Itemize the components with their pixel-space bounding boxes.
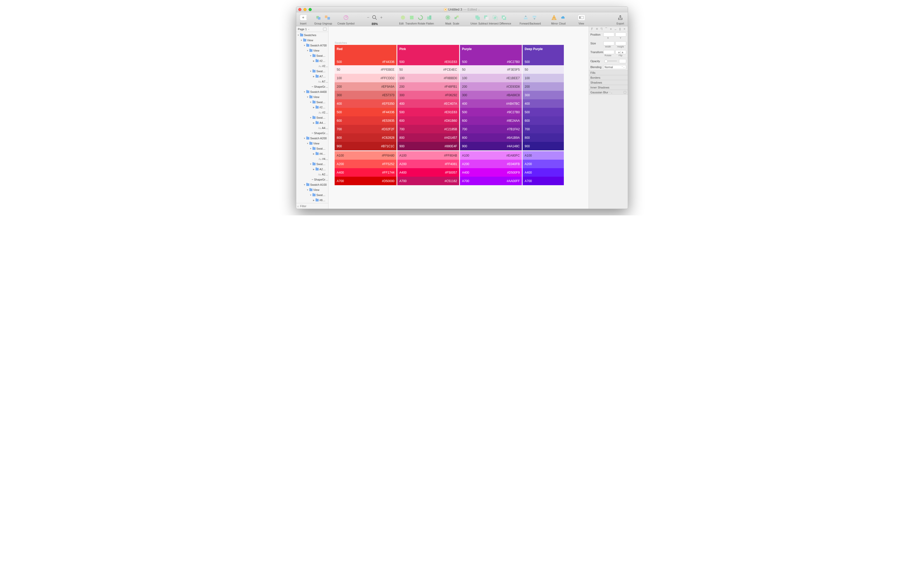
- layer-row[interactable]: ▼View: [296, 48, 328, 53]
- disclosure-icon[interactable]: ▶: [313, 199, 315, 202]
- swatch-cell[interactable]: 900#4A148C: [460, 142, 522, 150]
- transform-button[interactable]: [408, 14, 415, 21]
- disclosure-icon[interactable]: ▼: [300, 39, 302, 41]
- layer-row[interactable]: Aa#2…: [296, 110, 328, 115]
- swatch-cell[interactable]: A100#FF80AB: [397, 151, 459, 160]
- forward-button[interactable]: [522, 14, 529, 21]
- artboard-label[interactable]: Swatches: [335, 41, 347, 45]
- swatch-cell[interactable]: 400#EF5350: [335, 99, 396, 108]
- disclosure-icon[interactable]: ▶: [313, 60, 315, 62]
- blur-checkbox[interactable]: [624, 91, 626, 94]
- align-bottom-icon[interactable]: ⎽: [615, 27, 616, 30]
- swatch-cell[interactable]: A200#FF4081: [397, 160, 459, 168]
- swatch-cell[interactable]: A400#F50057: [397, 168, 459, 177]
- layer-row[interactable]: ▼Swat…: [296, 192, 328, 198]
- layer-row[interactable]: ▼Swat…: [296, 69, 328, 74]
- layer-row[interactable]: ShapeGr…: [296, 131, 328, 136]
- swatch-cell[interactable]: 50#F3E5F5: [460, 65, 522, 74]
- disclosure-icon[interactable]: ▼: [307, 96, 309, 98]
- disclosure-icon[interactable]: ▼: [310, 70, 312, 73]
- width-input[interactable]: [603, 41, 614, 45]
- swatch-cell[interactable]: 700: [523, 125, 564, 133]
- swatch-cell[interactable]: 600: [523, 116, 564, 125]
- layer-row[interactable]: ▼Swat…: [296, 53, 328, 58]
- mask-button[interactable]: [444, 14, 451, 21]
- swatch-cell[interactable]: 50: [523, 65, 564, 74]
- swatch-cell[interactable]: A200: [523, 160, 564, 168]
- swatch-cell[interactable]: 500#F44336: [335, 108, 396, 116]
- swatch-cell[interactable]: A200#E040FB: [460, 160, 522, 168]
- disclosure-icon[interactable]: ▶: [313, 122, 315, 124]
- color-header[interactable]: Red500#F44336: [335, 45, 396, 65]
- difference-button[interactable]: [500, 14, 507, 21]
- align-top-icon[interactable]: ⎺: [606, 27, 607, 30]
- swatch-cell[interactable]: 900#B71C1C: [335, 142, 396, 150]
- swatch-cell[interactable]: 700#C2185B: [397, 125, 459, 133]
- layer-row[interactable]: ▼Swatch A400: [296, 89, 328, 94]
- layer-row[interactable]: ▼Swatch A100: [296, 182, 328, 187]
- zoom-in-button[interactable]: +: [380, 15, 382, 20]
- swatch-cell[interactable]: 200: [523, 82, 564, 91]
- align-vcenter-icon[interactable]: ≡: [610, 27, 612, 30]
- layer-row[interactable]: ▶#8…: [296, 198, 328, 203]
- swatch-cell[interactable]: 300#E57373: [335, 91, 396, 99]
- swatch-cell[interactable]: 400: [523, 99, 564, 108]
- blur-section[interactable]: Gaussian Blur ⌃⌄: [589, 90, 628, 95]
- swatch-cell[interactable]: 200#F48FB1: [397, 82, 459, 91]
- swatch-cell[interactable]: 400#AB47BC: [460, 99, 522, 108]
- opacity-input[interactable]: [619, 59, 626, 63]
- layer-row[interactable]: ▶A7…: [296, 74, 328, 79]
- cloud-button[interactable]: [559, 14, 566, 21]
- swatch-cell[interactable]: A100#EA80FC: [460, 151, 522, 160]
- layer-row[interactable]: ▶#2…: [296, 105, 328, 110]
- layer-row[interactable]: ▶A4…: [296, 120, 328, 126]
- layer-row[interactable]: ▼Swat…: [296, 115, 328, 120]
- layer-list[interactable]: ▼Swatches▼View▼Swatch A700▼View▼Swat…▶#2…: [296, 32, 328, 203]
- swatch-cell[interactable]: 800#AD1457: [397, 133, 459, 142]
- chevron-down-icon[interactable]: ⌄: [478, 8, 480, 11]
- layer-row[interactable]: ▼View: [296, 38, 328, 43]
- layer-row[interactable]: ▼Swat…: [296, 146, 328, 151]
- disclosure-icon[interactable]: ▼: [310, 147, 312, 150]
- shadows-section[interactable]: Shadows: [589, 80, 628, 85]
- swatch-cell[interactable]: 600#E53935: [335, 116, 396, 125]
- mirror-button[interactable]: [551, 14, 558, 21]
- swatch-cell[interactable]: 900: [523, 142, 564, 150]
- swatch-cell[interactable]: 200#EF9A9A: [335, 82, 396, 91]
- export-button[interactable]: [617, 14, 624, 21]
- align-left-icon[interactable]: |⸀: [591, 27, 593, 30]
- swatch-cell[interactable]: 900#880E4F: [397, 142, 459, 150]
- layer-row[interactable]: ▼View: [296, 94, 328, 99]
- blend-select[interactable]: Normal⌃⌄: [603, 65, 626, 69]
- disclosure-icon[interactable]: ▼: [304, 183, 305, 186]
- disclosure-icon[interactable]: ▶: [313, 106, 315, 109]
- color-header[interactable]: Purple500#9C27B0: [460, 45, 522, 65]
- zoom-icon[interactable]: [371, 14, 378, 21]
- swatch-cell[interactable]: 800#6A1B9A: [460, 133, 522, 142]
- swatch-cell[interactable]: A700#D50000: [335, 177, 396, 185]
- disclosure-icon[interactable]: ▶: [313, 168, 315, 170]
- opacity-slider[interactable]: [604, 61, 617, 61]
- layer-row[interactable]: ▶#2…: [296, 58, 328, 63]
- layer-row[interactable]: ▼Swatch A200: [296, 136, 328, 141]
- disclosure-icon[interactable]: ▼: [297, 34, 299, 36]
- layer-row[interactable]: ▼View: [296, 187, 328, 192]
- height-input[interactable]: [615, 41, 627, 45]
- flatten-button[interactable]: [426, 14, 432, 21]
- disclosure-icon[interactable]: ▼: [307, 142, 309, 145]
- swatch-cell[interactable]: 300#BA68C8: [460, 91, 522, 99]
- page-selector[interactable]: Page 1⌄: [296, 26, 328, 32]
- rotate-input[interactable]: [603, 50, 614, 54]
- disclosure-icon[interactable]: ▼: [310, 163, 312, 165]
- align-hcenter-icon[interactable]: ⧈: [596, 27, 598, 30]
- pos-x-input[interactable]: [603, 33, 614, 36]
- disclosure-icon[interactable]: ▼: [310, 101, 312, 103]
- swatch-cell[interactable]: 600#D81B60: [397, 116, 459, 125]
- disclosure-icon[interactable]: ▼: [307, 189, 309, 191]
- swatch-cell[interactable]: A400#FF1744: [335, 168, 396, 177]
- create-symbol-button[interactable]: [343, 14, 349, 21]
- swatch-cell[interactable]: A100: [523, 151, 564, 160]
- pos-y-input[interactable]: [615, 33, 627, 36]
- layer-row[interactable]: ▼Swat…: [296, 162, 328, 167]
- swatch-cell[interactable]: 500#9C27B0: [460, 108, 522, 116]
